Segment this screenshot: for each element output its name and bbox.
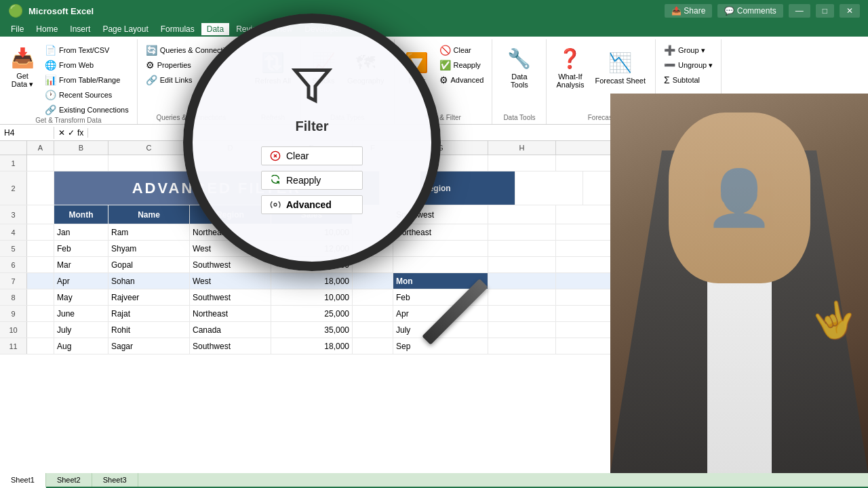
cell-2h[interactable] xyxy=(515,171,583,205)
close-button[interactable]: ✕ xyxy=(840,4,860,18)
cell-month-5[interactable]: Feb xyxy=(54,241,108,256)
cell-11f[interactable] xyxy=(353,338,393,354)
maximize-button[interactable]: □ xyxy=(816,4,834,18)
share-button[interactable]: 📤 Share xyxy=(665,4,712,18)
cell-8a[interactable] xyxy=(27,289,54,305)
cell-1c[interactable] xyxy=(108,155,190,171)
cell-10a[interactable] xyxy=(27,322,54,338)
insert-function-icon[interactable]: fx xyxy=(77,128,83,138)
cell-3a[interactable] xyxy=(27,205,54,224)
ribbon-data-tools-items: 🔧 DataTools xyxy=(502,41,536,114)
sheet-tab-2[interactable]: Sheet2 xyxy=(46,473,92,487)
menu-home[interactable]: Home xyxy=(31,23,63,35)
magnify-reapply-label: Reapply xyxy=(286,175,321,186)
app-title: Microsoft Excel xyxy=(28,6,94,16)
magnify-advanced-button[interactable]: Advanced xyxy=(261,195,363,214)
queries-icon: 🔄 xyxy=(146,45,157,56)
cell-6h[interactable] xyxy=(488,257,556,272)
ungroup-button[interactable]: ➖ Ungroup ▾ xyxy=(661,58,715,72)
cell-3h[interactable] xyxy=(488,205,556,224)
magnify-reapply-button[interactable]: Reapply xyxy=(261,171,363,190)
menu-file[interactable]: File xyxy=(5,23,29,35)
from-table-button[interactable]: 📊 From Table/Range xyxy=(42,73,132,87)
sheet-tab-3[interactable]: Sheet3 xyxy=(92,473,138,487)
menu-page-layout[interactable]: Page Layout xyxy=(97,23,153,35)
row-number: 2 xyxy=(0,171,27,205)
cell-9h[interactable] xyxy=(488,306,556,321)
col-header-b[interactable]: B xyxy=(54,141,108,155)
cell-4a[interactable] xyxy=(27,224,54,240)
cell-1b[interactable] xyxy=(54,155,108,171)
magnify-clear-button[interactable]: Clear xyxy=(261,146,363,165)
cell-1h[interactable] xyxy=(488,155,556,171)
col-header-a[interactable]: A xyxy=(27,141,54,155)
get-data-label: GetData ▾ xyxy=(12,72,33,89)
cell-reference[interactable]: H4 xyxy=(0,127,54,139)
subtotal-icon: Σ xyxy=(664,75,670,85)
row-number: 9 xyxy=(0,306,27,321)
cell-10f[interactable] xyxy=(353,322,393,338)
cell-month-7[interactable]: Apr xyxy=(54,273,108,289)
cell-9a[interactable] xyxy=(27,306,54,321)
cell-2a[interactable] xyxy=(27,171,54,205)
cell-month-9[interactable]: June xyxy=(54,306,108,321)
cell-month-4[interactable]: Jan xyxy=(54,224,108,240)
cell-5a[interactable] xyxy=(27,241,54,256)
menu-insert[interactable]: Insert xyxy=(64,23,96,35)
subtotal-button[interactable]: Σ Subtotal xyxy=(661,73,715,87)
col-header-c[interactable]: C xyxy=(108,141,190,155)
confirm-formula-icon[interactable]: ✓ xyxy=(68,128,75,138)
from-text-csv-button[interactable]: 📄 From Text/CSV xyxy=(42,43,132,57)
person-background: 👤 🤟 xyxy=(610,94,868,473)
ungroup-label: Ungroup ▾ xyxy=(678,61,713,70)
cell-month-8[interactable]: May xyxy=(54,289,108,305)
cell-4h[interactable] xyxy=(488,224,556,240)
cell-7a[interactable] xyxy=(27,273,54,289)
cell-region-10[interactable]: Canada xyxy=(190,322,271,338)
cell-month-6[interactable]: Mar xyxy=(54,257,108,272)
cell-1a[interactable] xyxy=(27,155,54,171)
cell-name-11[interactable]: Sagar xyxy=(108,338,190,354)
what-if-button[interactable]: ❓ What-IfAnalysis xyxy=(552,41,588,95)
cell-name-4[interactable]: Ram xyxy=(108,224,190,240)
sheet-tab-1[interactable]: Sheet1 xyxy=(0,473,46,488)
group-label: Group ▾ xyxy=(678,46,705,55)
from-web-button[interactable]: 🌐 From Web xyxy=(42,58,132,72)
group-button[interactable]: ➕ Group ▾ xyxy=(661,43,715,57)
cell-sales-11[interactable]: 18,000 xyxy=(271,338,353,354)
cell-7h[interactable] xyxy=(488,273,556,289)
cell-month-10[interactable]: July xyxy=(54,322,108,338)
header-month[interactable]: Month xyxy=(54,205,108,224)
properties-icon: ⚙ xyxy=(146,60,155,70)
cell-11h[interactable] xyxy=(488,338,556,354)
header-name[interactable]: Name xyxy=(108,205,190,224)
comments-button[interactable]: 💬 Comments xyxy=(717,4,783,18)
existing-connections-button[interactable]: 🔗 Existing Connections xyxy=(42,103,132,117)
cell-name-8[interactable]: Rajveer xyxy=(108,289,190,305)
sheet-tab-bar: Sheet1 Sheet2 Sheet3 xyxy=(0,473,868,488)
cell-month-11[interactable]: Aug xyxy=(54,338,108,354)
cell-name-5[interactable]: Shyam xyxy=(108,241,190,256)
cell-name-6[interactable]: Gopal xyxy=(108,257,190,272)
cell-sales-10[interactable]: 35,000 xyxy=(271,322,353,338)
connections-icon: 🔗 xyxy=(45,104,56,115)
cell-name-9[interactable]: Rajat xyxy=(108,306,190,321)
minimize-button[interactable]: — xyxy=(789,4,810,18)
cell-5h[interactable] xyxy=(488,241,556,256)
forecast-sheet-button[interactable]: 📉 Forecast Sheet xyxy=(591,41,650,95)
get-data-button[interactable]: 📥 GetData ▾ xyxy=(5,41,39,95)
cell-6a[interactable] xyxy=(27,257,54,272)
cell-11g-result4[interactable]: Sep xyxy=(393,338,488,354)
cancel-formula-icon[interactable]: ✕ xyxy=(58,128,65,138)
cell-11a[interactable] xyxy=(27,338,54,354)
col-header-h[interactable]: H xyxy=(488,141,556,155)
cell-8h[interactable] xyxy=(488,289,556,305)
row-number: 8 xyxy=(0,289,27,305)
cell-10h[interactable] xyxy=(488,322,556,338)
app-icon: 🟢 Microsoft Excel xyxy=(8,3,94,18)
data-tools-button[interactable]: 🔧 DataTools xyxy=(502,41,536,95)
cell-name-7[interactable]: Sohan xyxy=(108,273,190,289)
recent-sources-button[interactable]: 🕐 Recent Sources xyxy=(42,88,132,102)
cell-name-10[interactable]: Rohit xyxy=(108,322,190,338)
cell-region-11[interactable]: Southwest xyxy=(190,338,271,354)
